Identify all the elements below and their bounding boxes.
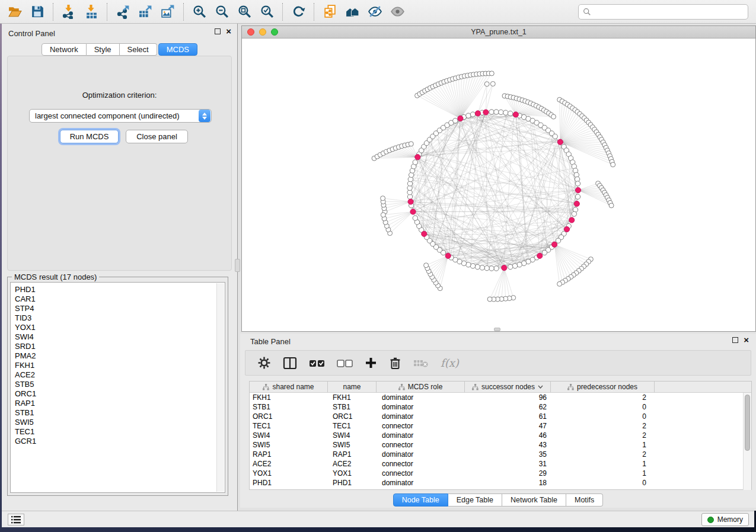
criterion-dropdown[interactable]: largest connected component (undirected): [29, 109, 212, 123]
graph-node[interactable]: [494, 110, 499, 114]
mcds-result-item[interactable]: STB1: [11, 408, 215, 418]
home-views-icon[interactable]: [341, 2, 363, 22]
mcds-result-item[interactable]: PMA2: [11, 351, 215, 361]
minimize-window-light[interactable]: [259, 28, 266, 36]
graph-node[interactable]: [484, 82, 489, 86]
graph-node[interactable]: [494, 266, 499, 271]
float-table-panel-icon[interactable]: [732, 337, 738, 343]
tab-edge-table[interactable]: Edge Table: [448, 493, 502, 507]
network-graph[interactable]: [242, 39, 755, 331]
delete-table-icon[interactable]: [413, 358, 429, 368]
mcds-result-item[interactable]: FKH1: [11, 361, 215, 370]
graph-node[interactable]: [551, 114, 556, 119]
zoom-fit-icon[interactable]: [233, 2, 256, 22]
graph-node-mcds[interactable]: [575, 187, 580, 193]
network-canvas[interactable]: [242, 39, 755, 331]
graph-node[interactable]: [487, 297, 492, 302]
mcds-result-item[interactable]: PHD1: [11, 285, 215, 294]
zoom-out-icon[interactable]: [210, 2, 233, 22]
graph-node[interactable]: [503, 110, 508, 115]
zoom-in-icon[interactable]: [188, 2, 210, 22]
table-row[interactable]: SWI5SWI5connector431: [250, 440, 751, 450]
select-all-rows-icon[interactable]: [309, 358, 325, 368]
graph-node-mcds[interactable]: [569, 217, 575, 223]
graph-node-mcds[interactable]: [445, 253, 451, 258]
graph-node[interactable]: [381, 213, 385, 217]
vertical-splitter-handle[interactable]: [235, 259, 240, 272]
graph-node-mcds[interactable]: [552, 242, 557, 247]
graph-node[interactable]: [470, 264, 475, 268]
tab-network-table[interactable]: Network Table: [502, 493, 566, 507]
delete-column-icon[interactable]: [389, 357, 401, 370]
column-header-shared-name[interactable]: shared name: [250, 382, 328, 392]
mcds-result-item[interactable]: YOX1: [11, 323, 215, 332]
mcds-result-item[interactable]: RAP1: [11, 399, 215, 408]
mcds-list-scrollbar[interactable]: [216, 283, 224, 492]
table-row[interactable]: ORC1ORC1dominator610: [250, 412, 751, 421]
tab-select[interactable]: Select: [120, 43, 157, 56]
mcds-result-item[interactable]: SRD1: [11, 342, 215, 351]
graph-node[interactable]: [480, 265, 484, 270]
close-panel-button[interactable]: Close panel: [126, 130, 188, 143]
table-row[interactable]: STB1STB1dominator620: [250, 402, 751, 412]
graph-node[interactable]: [508, 111, 513, 116]
close-window-light[interactable]: [247, 28, 254, 36]
search-input[interactable]: [594, 8, 748, 16]
close-panel-icon[interactable]: ×: [226, 28, 231, 34]
add-column-icon[interactable]: [365, 357, 377, 369]
graph-node[interactable]: [490, 82, 495, 86]
graph-node[interactable]: [470, 112, 475, 117]
mcds-result-item[interactable]: ORC1: [11, 389, 215, 399]
maximize-window-light[interactable]: [271, 28, 278, 36]
refresh-view-icon[interactable]: [287, 2, 310, 22]
table-row[interactable]: FKH1FKH1dominator962: [250, 393, 751, 402]
graph-node[interactable]: [575, 194, 580, 199]
graph-node-mcds[interactable]: [513, 112, 518, 117]
column-header-mcds-role[interactable]: MCDS role: [377, 382, 465, 392]
table-row[interactable]: TEC1TEC1connector472: [250, 421, 751, 431]
show-columns-icon[interactable]: [283, 357, 297, 370]
memory-button[interactable]: Memory: [701, 513, 749, 526]
graph-node[interactable]: [542, 250, 547, 255]
graph-node-mcds[interactable]: [483, 110, 489, 115]
graph-node[interactable]: [575, 181, 580, 186]
graph-node[interactable]: [413, 216, 417, 220]
graph-node[interactable]: [512, 264, 517, 268]
duplicate-network-icon[interactable]: [318, 2, 341, 22]
graph-node[interactable]: [499, 110, 503, 114]
graph-node[interactable]: [381, 196, 385, 201]
graph-node[interactable]: [413, 160, 417, 165]
mcds-result-item[interactable]: ACE2: [11, 370, 215, 380]
save-session-icon[interactable]: [26, 2, 49, 22]
graph-node[interactable]: [489, 71, 494, 76]
hide-unselected-icon[interactable]: [363, 2, 386, 22]
graph-node-mcds[interactable]: [415, 155, 420, 160]
column-header-successor-nodes[interactable]: successor nodes: [465, 382, 551, 392]
graph-node[interactable]: [508, 264, 513, 269]
graph-node-mcds[interactable]: [422, 231, 427, 236]
graph-node-mcds[interactable]: [475, 111, 480, 116]
graph-node-mcds[interactable]: [574, 201, 579, 206]
mcds-result-listbox[interactable]: PHD1CAR1STP4TID3YOX1SWI4SRD1PMA2FKH1ACE2…: [10, 282, 225, 493]
float-panel-icon[interactable]: [215, 28, 221, 34]
mcds-result-item[interactable]: TEC1: [11, 427, 215, 437]
mcds-result-item[interactable]: STP4: [11, 304, 215, 313]
graph-node[interactable]: [557, 281, 562, 286]
graph-node[interactable]: [466, 113, 471, 118]
task-history-button[interactable]: [8, 514, 24, 525]
graph-node[interactable]: [489, 266, 494, 271]
horizontal-splitter-handle[interactable]: [494, 328, 500, 331]
table-row[interactable]: PHD1PHD1dominator180: [250, 478, 751, 488]
column-header-predecessor-nodes[interactable]: predecessor nodes: [551, 382, 655, 392]
table-settings-gear-icon[interactable]: [257, 356, 271, 370]
mcds-result-item[interactable]: STB5: [11, 380, 215, 389]
graph-node[interactable]: [409, 142, 413, 146]
graph-node[interactable]: [489, 110, 494, 114]
table-scrollbar[interactable]: [743, 393, 751, 490]
open-session-icon[interactable]: [4, 2, 26, 22]
mcds-result-item[interactable]: CAR1: [11, 294, 215, 304]
mcds-result-item[interactable]: GCR1: [11, 437, 215, 446]
graph-node-mcds[interactable]: [502, 265, 507, 271]
tab-style[interactable]: Style: [87, 43, 120, 56]
graph-node[interactable]: [517, 262, 522, 267]
